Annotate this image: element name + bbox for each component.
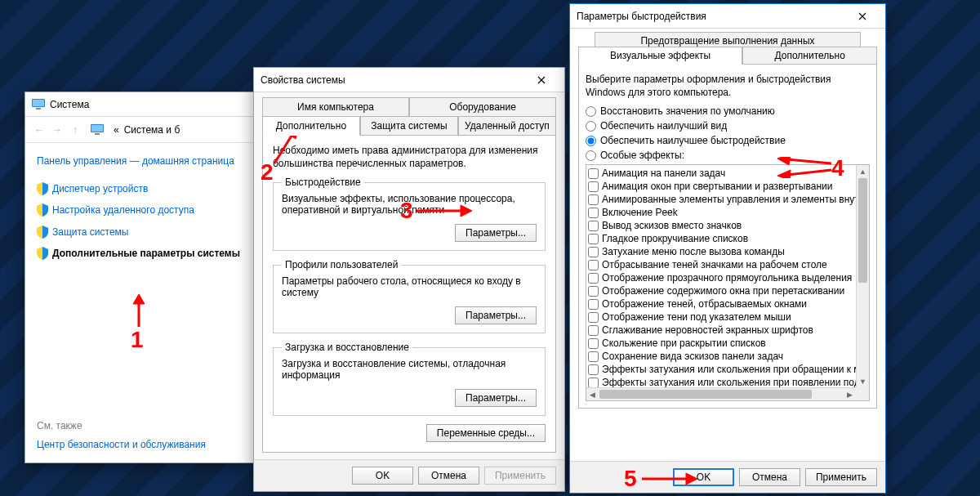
vertical-scrollbar[interactable]: ▲ ▼ (856, 165, 869, 387)
effect-item-7[interactable]: Отбрасывание теней значками на рабочем с… (588, 258, 854, 271)
effect-item-1[interactable]: Анимация окон при свертывании и разверты… (588, 180, 854, 193)
effect-checkbox[interactable] (588, 208, 599, 218)
radio-input[interactable] (586, 121, 596, 132)
radio-input[interactable] (586, 106, 596, 117)
radio-option-0[interactable]: Восстановить значения по умолчанию (586, 105, 870, 117)
effect-checkbox[interactable] (588, 181, 599, 192)
scroll-thumb[interactable] (858, 178, 867, 283)
security-maintenance-link[interactable]: Центр безопасности и обслуживания (37, 438, 244, 451)
effect-item-8[interactable]: Отображение прозрачного прямоугольника в… (588, 271, 854, 284)
effect-checkbox[interactable] (588, 168, 599, 179)
apply-button[interactable]: Применить (805, 468, 877, 486)
effect-label: Сохранение вида эскизов панели задач (602, 351, 783, 362)
titlebar[interactable]: Параметры быстродействия (570, 4, 885, 29)
forward-button[interactable]: → (50, 121, 65, 139)
performance-legend: Быстродействие (282, 177, 364, 188)
see-also-label: См. также (37, 420, 244, 431)
sidebar-link-2[interactable]: Защита системы (37, 226, 244, 239)
cancel-button[interactable]: Отмена (739, 468, 800, 486)
effect-checkbox[interactable] (588, 273, 599, 284)
effect-item-3[interactable]: Включение Peek (588, 206, 854, 219)
tab-computer-name[interactable]: Имя компьютера (262, 97, 409, 116)
tab-advanced[interactable]: Дополнительно (262, 116, 360, 136)
close-button[interactable] (846, 7, 879, 26)
effect-label: Анимированные элементы управления и элем… (602, 194, 856, 205)
shield-icon (37, 203, 48, 217)
scroll-down-button[interactable]: ▼ (857, 375, 869, 387)
titlebar[interactable]: Система (25, 92, 254, 117)
tab-visual-effects-page: Выберите параметры оформления и быстроде… (578, 64, 877, 409)
effect-item-15[interactable]: Эффекты затухания или скольжения при обр… (588, 363, 854, 376)
profiles-settings-button[interactable]: Параметры... (455, 306, 537, 324)
radio-option-1[interactable]: Обеспечить наилучший вид (586, 120, 870, 132)
effect-item-12[interactable]: Сглаживание неровностей экранных шрифтов (588, 324, 854, 337)
effect-item-5[interactable]: Гладкое прокручивание списков (588, 232, 854, 245)
close-icon (858, 12, 866, 20)
sidebar-link-3[interactable]: Дополнительные параметры системы (37, 247, 244, 260)
effect-checkbox[interactable] (588, 234, 599, 244)
effect-label: Отображение прозрачного прямоугольника в… (602, 272, 852, 284)
effect-checkbox[interactable] (588, 286, 599, 297)
radio-option-2[interactable]: Обеспечить наилучшее быстродействие (586, 135, 870, 146)
startup-settings-button[interactable]: Параметры... (455, 389, 537, 407)
effect-checkbox[interactable] (588, 299, 599, 310)
control-panel-home-link[interactable]: Панель управления — домашняя страница (37, 154, 244, 168)
scroll-thumb[interactable] (599, 390, 812, 399)
effect-item-11[interactable]: Отображение тени под указателем мыши (588, 311, 854, 324)
effect-checkbox[interactable] (588, 260, 599, 270)
startup-group: Загрузка и восстановление Загрузка и вос… (273, 342, 546, 416)
effects-listbox[interactable]: Анимация на панели задачАнимация окон пр… (586, 164, 870, 401)
performance-settings-button[interactable]: Параметры... (455, 224, 537, 242)
back-button[interactable]: ← (32, 121, 47, 139)
radio-input[interactable] (586, 136, 596, 146)
ok-button[interactable]: OK (352, 467, 413, 485)
effect-item-4[interactable]: Вывод эскизов вместо значков (588, 219, 854, 232)
breadcrumb[interactable]: Система и б (124, 124, 180, 136)
radio-option-3[interactable]: Особые эффекты: (586, 150, 870, 161)
apply-button[interactable]: Применить (484, 467, 556, 485)
effect-checkbox[interactable] (588, 312, 599, 323)
titlebar[interactable]: Свойства системы (254, 68, 564, 92)
system-properties-dialog: Свойства системы Имя компьютера Оборудов… (253, 67, 565, 492)
effect-checkbox[interactable] (588, 247, 599, 257)
effect-item-0[interactable]: Анимация на панели задач (588, 167, 854, 180)
tab-advanced[interactable]: Дополнительно (742, 47, 877, 65)
effect-item-14[interactable]: Сохранение вида эскизов панели задач (588, 350, 854, 363)
scroll-left-button[interactable]: ◀ (586, 388, 599, 400)
tab-visual-effects[interactable]: Визуальные эффекты (578, 47, 742, 65)
effect-checkbox[interactable] (588, 338, 599, 349)
effect-item-9[interactable]: Отображение содержимого окна при перетас… (588, 284, 854, 297)
performance-options-dialog: Параметры быстродействия Предотвращение … (569, 3, 886, 494)
effect-item-13[interactable]: Скольжение при раскрытии списков (588, 337, 854, 350)
effect-checkbox[interactable] (588, 194, 599, 205)
horizontal-scrollbar[interactable]: ◀ ▶ (586, 387, 856, 400)
effect-item-2[interactable]: Анимированные элементы управления и элем… (588, 193, 854, 206)
tab-hardware[interactable]: Оборудование (409, 97, 556, 116)
sidebar-link-1[interactable]: Настройка удаленного доступа (37, 203, 244, 217)
svg-rect-2 (36, 108, 41, 109)
profiles-legend: Профили пользователей (282, 259, 401, 270)
effect-checkbox[interactable] (588, 378, 599, 388)
effect-checkbox[interactable] (588, 325, 599, 336)
up-button[interactable]: ↑ (68, 121, 82, 139)
effect-item-6[interactable]: Затухание меню после вызова команды (588, 245, 854, 258)
close-button[interactable] (525, 70, 558, 90)
profiles-group: Профили пользователей Параметры рабочего… (273, 259, 546, 333)
effect-item-16[interactable]: Эффекты затухания или скольжения при поя… (588, 376, 854, 387)
effect-checkbox[interactable] (588, 221, 599, 231)
scroll-up-button[interactable]: ▲ (857, 165, 869, 177)
scroll-right-button[interactable]: ▶ (844, 388, 856, 400)
effect-item-10[interactable]: Отображение теней, отбрасываемых окнами (588, 297, 854, 311)
svg-rect-5 (95, 133, 100, 135)
navigation-bar: ← → ↑ « Система и б (25, 117, 254, 143)
tab-remote[interactable]: Удаленный доступ (458, 116, 556, 136)
ok-button[interactable]: OK (673, 468, 734, 486)
environment-variables-button[interactable]: Переменные среды... (426, 424, 546, 442)
effect-checkbox[interactable] (588, 364, 599, 375)
tab-protection[interactable]: Защита системы (360, 116, 458, 136)
sidebar-link-0[interactable]: Диспетчер устройств (37, 182, 244, 195)
startup-legend: Загрузка и восстановление (282, 342, 412, 353)
cancel-button[interactable]: Отмена (418, 467, 479, 485)
radio-input[interactable] (586, 150, 596, 161)
effect-checkbox[interactable] (588, 351, 599, 362)
